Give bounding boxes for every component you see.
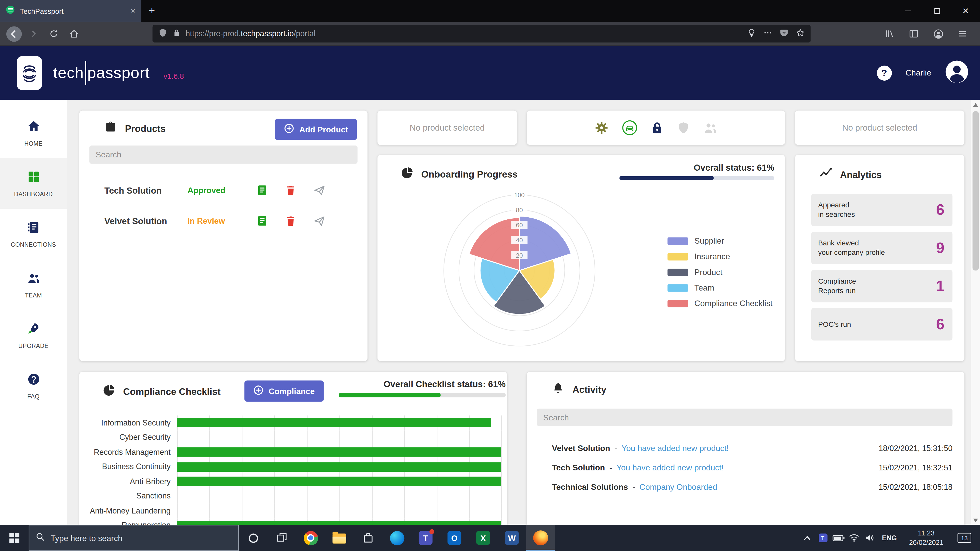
activity-timestamp: 15/02/2021, 18:32:51: [879, 463, 953, 472]
sidebar-toggle-icon[interactable]: [904, 24, 924, 44]
activity-message-link[interactable]: Company Onboarded: [640, 483, 717, 492]
page-actions-icon[interactable]: [763, 28, 773, 40]
reload-button[interactable]: [44, 24, 64, 44]
activity-row: Velvet Solution-You have added new produ…: [552, 438, 953, 458]
bar-category-label: Information Security: [86, 418, 177, 427]
send-icon[interactable]: [313, 214, 326, 227]
legend-swatch: [668, 268, 688, 276]
minimize-button[interactable]: [894, 0, 923, 22]
activity-row: Tech Solution-You have added new product…: [552, 458, 953, 477]
tray-chevron-icon[interactable]: [799, 536, 815, 540]
back-button[interactable]: [4, 24, 24, 44]
notification-count-badge: 13: [958, 533, 971, 543]
bar-category-label: Cyber Security: [86, 433, 177, 442]
activity-message-link[interactable]: You have added new product!: [616, 463, 724, 472]
menu-icon[interactable]: [953, 24, 972, 44]
bar-track: [177, 474, 502, 489]
compliance-button[interactable]: Compliance: [244, 380, 323, 402]
teams-button[interactable]: T: [411, 525, 440, 551]
maximize-button[interactable]: [923, 0, 951, 22]
scroll-up-icon[interactable]: [971, 100, 980, 110]
file-explorer-button[interactable]: [325, 525, 354, 551]
sidebar-item-connections[interactable]: CONNECTIONS: [0, 209, 67, 259]
home-icon: [27, 119, 40, 135]
activity-separator: -: [632, 483, 635, 492]
action-center-button[interactable]: 13: [951, 533, 977, 543]
sidebar-item-label: UPGRADE: [18, 342, 49, 349]
store-button[interactable]: [354, 525, 383, 551]
legend-item: Insurance: [668, 252, 773, 261]
checklist-icon[interactable]: [256, 215, 268, 227]
scrollbar-thumb[interactable]: [973, 111, 979, 270]
trash-icon[interactable]: [285, 215, 296, 227]
pie-chart-icon: [103, 384, 116, 399]
send-icon[interactable]: [313, 184, 326, 197]
taskbar-clock[interactable]: 11:23 26/02/2021: [901, 528, 951, 548]
checklist-icon[interactable]: [256, 184, 268, 196]
activity-timestamp: 15/02/2021, 18:05:18: [879, 483, 953, 491]
word-button[interactable]: W: [497, 525, 526, 551]
language-indicator[interactable]: ENG: [877, 534, 901, 541]
start-button[interactable]: [0, 525, 29, 551]
help-icon[interactable]: ?: [877, 65, 892, 80]
activity-message-link[interactable]: You have added new product!: [622, 444, 729, 453]
activity-search-input[interactable]: [537, 409, 953, 426]
user-name: Charlie: [905, 68, 931, 78]
volume-icon[interactable]: [862, 534, 877, 542]
scroll-down-icon[interactable]: [971, 515, 980, 525]
gear-icon[interactable]: [594, 121, 609, 135]
add-product-button[interactable]: Add Product: [275, 119, 357, 140]
tracking-shield-icon[interactable]: [158, 28, 168, 40]
shield-icon[interactable]: [677, 121, 690, 134]
battery-icon[interactable]: [831, 534, 846, 542]
firefox-button[interactable]: [526, 525, 555, 551]
team-icon: [27, 271, 40, 287]
edge-button[interactable]: [383, 525, 411, 551]
taskbar-search[interactable]: Type here to search: [29, 525, 239, 551]
folder-icon: [332, 534, 346, 543]
cortana-button[interactable]: [239, 525, 268, 551]
lock-icon[interactable]: [172, 28, 181, 39]
briefcase-icon: [104, 121, 117, 136]
excel-button[interactable]: X: [469, 525, 498, 551]
new-tab-button[interactable]: +: [141, 0, 162, 22]
wifi-icon[interactable]: [846, 534, 862, 542]
home-button[interactable]: [64, 24, 84, 44]
forward-button[interactable]: [24, 24, 44, 44]
trash-icon[interactable]: [285, 185, 296, 196]
lock-icon[interactable]: [651, 121, 663, 134]
word-icon: W: [505, 531, 519, 545]
people-icon[interactable]: [703, 121, 718, 135]
sidebar-item-faq[interactable]: FAQ: [0, 360, 67, 411]
sidebar-item-dashboard[interactable]: DASHBOARD: [0, 158, 67, 209]
library-icon[interactable]: [880, 24, 899, 44]
lightbulb-icon[interactable]: [747, 28, 756, 40]
bar-track: [177, 489, 502, 503]
analytics-card: Analytics Appearedin searches6Bank viewe…: [795, 155, 964, 361]
dashboard-main: Products Add Product Tech SolutionApprov…: [67, 100, 970, 525]
avatar-icon[interactable]: [945, 60, 969, 86]
products-search-input[interactable]: [89, 146, 358, 164]
stat-label: ComplianceReports run: [818, 277, 936, 295]
chrome-button[interactable]: [296, 525, 325, 551]
tab-close-icon[interactable]: ✕: [130, 7, 136, 14]
account-icon[interactable]: [928, 24, 948, 44]
sidebar-item-upgrade[interactable]: UPGRADE: [0, 310, 67, 360]
window-controls: ✕: [894, 0, 980, 22]
analytics-header: Analytics: [819, 166, 882, 183]
tray-teams-icon[interactable]: T: [815, 534, 830, 542]
close-button[interactable]: ✕: [951, 0, 980, 22]
car-icon[interactable]: [622, 120, 638, 135]
product-row-actions: [256, 184, 326, 197]
sidebar-item-team[interactable]: TEAM: [0, 259, 67, 310]
page-scrollbar[interactable]: [970, 100, 980, 525]
url-bar[interactable]: https://pre-prod.techpassport.io/portal: [153, 25, 811, 43]
browser-tab[interactable]: TechPassport ✕: [0, 0, 141, 22]
task-view-button[interactable]: [267, 525, 296, 551]
bar-category-label: Anti-Money Laundering: [86, 507, 177, 515]
outlook-button[interactable]: O: [440, 525, 469, 551]
pocket-icon[interactable]: [780, 28, 789, 40]
sidebar-item-home[interactable]: HOME: [0, 107, 67, 158]
teams-icon: T: [419, 531, 433, 545]
bookmark-star-icon[interactable]: [796, 28, 805, 40]
